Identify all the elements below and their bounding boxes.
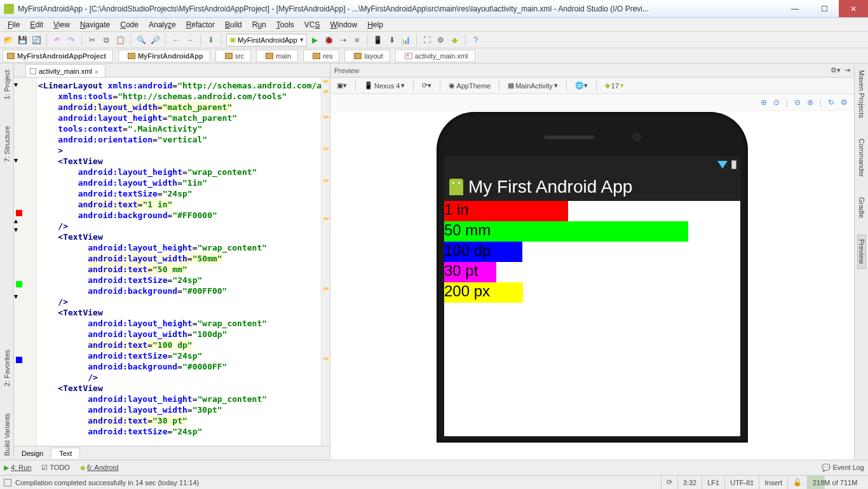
progress-icon[interactable]: ⟳ [661, 476, 677, 489]
minimize-button[interactable]: — [780, 0, 810, 17]
android-tool-button[interactable]: ◆ 6: Android [80, 464, 119, 472]
hide-icon[interactable]: ⇥ [844, 66, 850, 74]
todo-tool-button[interactable]: ☑ TODO [41, 464, 69, 472]
attach-icon[interactable]: ⇢ [337, 34, 349, 46]
menu-analyze[interactable]: Analyze [144, 19, 181, 31]
crumb-project[interactable]: MyFirstAndroidAppProject [3, 50, 113, 62]
event-log-button[interactable]: 💬 Event Log [822, 464, 864, 472]
close-button[interactable]: ✕ [839, 0, 868, 17]
dock-structure[interactable]: 7: Structure [3, 122, 11, 166]
preview-canvas[interactable]: My First Android App 1 in50 mm100 dp30 p… [330, 111, 854, 460]
dock-maven[interactable]: Maven Projects [858, 66, 865, 122]
line-separator[interactable]: LF ‡ [702, 476, 724, 489]
read-lock-icon[interactable]: 🔓 [787, 476, 807, 489]
sdk-icon[interactable]: ⬇ [386, 34, 398, 46]
activity-combo[interactable]: ▦MainActivity▾ [505, 80, 560, 91]
find-icon[interactable]: 🔍 [135, 34, 147, 46]
editor-scrollbar[interactable] [321, 78, 330, 446]
debug-icon[interactable]: 🐞 [323, 34, 335, 46]
replace-icon[interactable]: 🔎 [149, 34, 161, 46]
menu-window[interactable]: Window [325, 19, 362, 31]
menu-build[interactable]: Build [220, 19, 247, 31]
gutter-breakpoint-red[interactable] [16, 210, 22, 216]
zoom-reset-icon[interactable]: ⊙ [773, 98, 780, 107]
preview-textview[interactable]: 30 pt [444, 262, 496, 282]
sync-icon[interactable]: 🔄 [31, 34, 42, 46]
crumb-src[interactable]: src [215, 50, 252, 62]
menu-tools[interactable]: Tools [271, 19, 299, 31]
gutter-breakpoint-blue[interactable] [16, 357, 22, 363]
back-icon[interactable]: ← [170, 34, 182, 46]
menu-help[interactable]: Help [362, 19, 388, 31]
menu-view[interactable]: View [48, 19, 75, 31]
caret-position[interactable]: 3:32 [677, 476, 702, 489]
redo-icon[interactable]: ↷ [65, 34, 77, 46]
editor-gutter[interactable]: ▾ ▾ ▴▾ ▾ [14, 78, 37, 446]
copy-icon[interactable]: ⧉ [100, 34, 112, 46]
config-icon[interactable]: ▣▾ [334, 80, 349, 91]
settings-icon[interactable]: ⚙ [435, 34, 447, 46]
device-combo[interactable]: 📱Nexus 4▾ [362, 80, 407, 91]
android-icon[interactable]: ◆ [449, 34, 461, 46]
zoom-out-icon[interactable]: ⊖ [794, 98, 801, 107]
dock-project[interactable]: 1: Project [3, 66, 11, 103]
run-config-combo[interactable]: ▣ MyFirstAndroidApp▾ [226, 34, 307, 46]
menu-vcs[interactable]: VCS [299, 19, 325, 31]
dock-build-variants[interactable]: Build Variants [3, 410, 11, 460]
menu-code[interactable]: Code [115, 19, 144, 31]
orientation-icon[interactable]: ⟳▾ [419, 80, 434, 91]
dock-gradle[interactable]: Gradle [858, 193, 865, 222]
refresh-icon[interactable]: ↻ [828, 98, 834, 107]
dock-favorites[interactable]: 2: Favorites [3, 346, 11, 390]
zoom-in-icon[interactable]: ⊕ [807, 98, 813, 107]
encoding[interactable]: UTF-8 ‡ [724, 476, 759, 489]
design-tab[interactable]: Design [14, 448, 51, 458]
editor-tab-active[interactable]: activity_main.xml × [25, 64, 105, 77]
run-tool-button[interactable]: ▶ 4: Run [4, 464, 31, 472]
insert-mode[interactable]: Insert [759, 476, 787, 489]
stop-icon[interactable]: ■ [351, 34, 363, 46]
close-tab-icon[interactable]: × [95, 68, 101, 74]
bottom-tool-bar: ▶ 4: Run ☑ TODO ◆ 6: Android 💬 Event Log [0, 460, 868, 475]
code-editor[interactable]: <LinearLayout xmlns:android="http://sche… [37, 78, 321, 446]
maximize-button[interactable]: ☐ [810, 0, 839, 17]
menu-navigate[interactable]: Navigate [75, 19, 115, 31]
api-combo[interactable]: ◆17▾ [602, 80, 627, 91]
menu-edit[interactable]: Edit [25, 19, 48, 31]
crumb-main[interactable]: main [256, 50, 298, 62]
paste-icon[interactable]: 📋 [114, 34, 126, 46]
preview-textview[interactable]: 1 in [444, 201, 568, 221]
run-icon[interactable]: ▶ [309, 34, 321, 46]
preview-textview[interactable]: 50 mm [444, 221, 688, 242]
make-icon[interactable]: ⬇ [205, 34, 217, 46]
text-tab[interactable]: Text [51, 448, 80, 458]
monitor-icon[interactable]: 📊 [400, 34, 412, 46]
help-icon[interactable]: ? [470, 34, 482, 46]
menu-run[interactable]: Run [247, 19, 271, 31]
theme-combo[interactable]: ◉AppTheme [446, 80, 493, 91]
dock-commander[interactable]: Commander [858, 135, 865, 181]
dock-preview[interactable]: Preview [857, 235, 866, 268]
preview-settings-icon[interactable]: ⚙ [841, 98, 848, 107]
preview-textview[interactable]: 200 px [444, 282, 523, 303]
cut-icon[interactable]: ✂ [86, 34, 98, 46]
preview-textview[interactable]: 100 dp [444, 242, 522, 262]
crumb-res[interactable]: res [303, 50, 339, 62]
preview-header: Preview ⚙▾ ⇥ [330, 64, 854, 78]
save-icon[interactable]: 💾 [17, 34, 28, 46]
crumb-file[interactable]: activity_main.xml [395, 50, 475, 62]
menu-file[interactable]: File [3, 19, 25, 31]
zoom-fit-icon[interactable]: ⊕ [761, 98, 767, 107]
memory-indicator[interactable]: 218M of 711M [807, 476, 864, 489]
gear-icon[interactable]: ⚙▾ [831, 66, 841, 74]
avd-icon[interactable]: 📱 [372, 34, 384, 46]
crumb-module[interactable]: MyFirstAndroidApp [118, 50, 210, 62]
undo-icon[interactable]: ↶ [51, 34, 63, 46]
open-icon[interactable]: 📂 [3, 34, 14, 46]
crumb-layout[interactable]: layout [344, 50, 390, 62]
menu-refactor[interactable]: Refactor [181, 19, 220, 31]
forward-icon[interactable]: → [184, 34, 196, 46]
locale-icon[interactable]: 🌐▾ [573, 80, 590, 91]
gutter-breakpoint-green[interactable] [16, 281, 22, 287]
structure-icon[interactable]: ⛶ [421, 34, 433, 46]
